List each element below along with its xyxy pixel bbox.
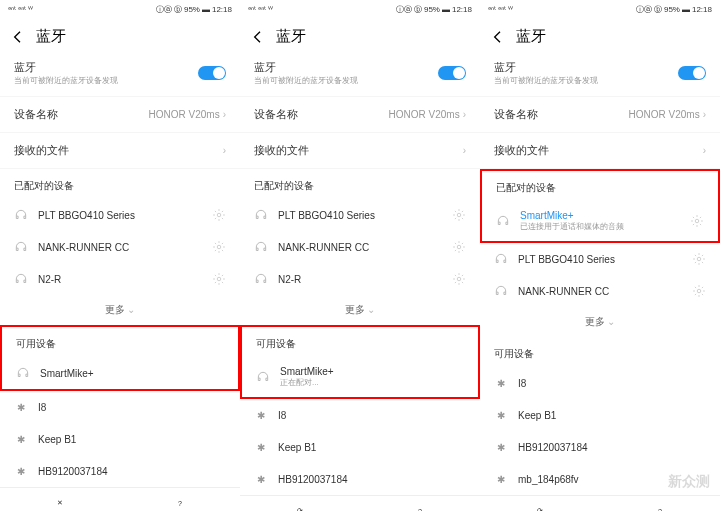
highlight-box: 可用设备 SmartMike+ 正在配对... [240,325,480,399]
bluetooth-toggle[interactable] [438,66,466,80]
device-label: NANK-RUNNER CC [38,242,202,253]
bluetooth-toggle[interactable] [678,66,706,80]
available-device-row[interactable]: SmartMike+ 正在配对... [242,357,478,397]
clock: 12:18 [692,5,712,14]
more-button[interactable]: 更多 ⌄ [240,295,480,325]
device-name-row[interactable]: 设备名称 HONOR V20ms› [480,97,720,133]
bluetooth-toggle-row: 蓝牙 当前可被附近的蓝牙设备发现 [0,54,240,97]
available-device-row[interactable]: ✱ I8 [480,367,720,399]
available-device-row[interactable]: ✱ HB9120037184 [0,455,240,487]
watermark: 新众测 [668,473,710,491]
device-label: SmartMike+ [280,366,464,377]
bluetooth-icon: ✱ [254,440,268,454]
bt-label: 蓝牙 [254,60,358,75]
chevron-right-icon: › [223,145,226,156]
bt-label: 蓝牙 [14,60,118,75]
device-name-label: 设备名称 [494,107,538,122]
received-files-row[interactable]: 接收的文件 › [480,133,720,169]
paired-device-row[interactable]: NANK-RUNNER CC [0,231,240,263]
gear-icon[interactable] [690,214,704,228]
bluetooth-toggle-row: 蓝牙 当前可被附近的蓝牙设备发现 [240,54,480,97]
bluetooth-icon: ✱ [254,472,268,486]
bluetooth-icon: ✱ [494,408,508,422]
paired-device-row[interactable]: NANK-RUNNER CC [240,231,480,263]
device-label: NANK-RUNNER CC [278,242,442,253]
battery-text: 95% [184,5,200,14]
help-icon: ? [173,496,187,510]
more-button[interactable]: 更多 ⌄ [480,307,720,337]
back-icon[interactable] [10,29,26,45]
headphones-icon [496,214,510,228]
scan-button[interactable]: ⟳扫描 [293,504,307,511]
gear-icon[interactable] [452,240,466,254]
gear-icon[interactable] [212,240,226,254]
device-name-value: HONOR V20ms [629,109,700,120]
back-icon[interactable] [490,29,506,45]
svg-point-7 [697,257,701,261]
device-label: PLT BBGO410 Series [518,254,682,265]
battery-icon: ▬ [682,5,690,14]
bluetooth-icon: ✱ [14,400,28,414]
bluetooth-icon: ✱ [494,472,508,486]
available-device-row[interactable]: ✱ I8 [0,391,240,423]
gear-icon[interactable] [692,284,706,298]
bluetooth-icon: ✱ [494,440,508,454]
available-device-row[interactable]: ✱ I8 [240,399,480,431]
bluetooth-icon: ✱ [14,432,28,446]
available-device-row[interactable]: ✱ HB9120037184 [480,431,720,463]
headphones-icon [256,370,270,384]
bluetooth-toggle-row: 蓝牙 当前可被附近的蓝牙设备发现 [480,54,720,97]
bluetooth-icon: ✱ [254,408,268,422]
svg-point-2 [217,277,221,281]
paired-device-row[interactable]: N2-R [240,263,480,295]
available-device-row[interactable]: ✱ Keep B1 [240,431,480,463]
files-label: 接收的文件 [254,143,309,158]
help-button[interactable]: ?帮助 [173,496,187,511]
paired-device-row[interactable]: PLT BBGO410 Series [240,199,480,231]
available-device-row[interactable]: ✱ Keep B1 [0,423,240,455]
bluetooth-icon: ✱ [494,376,508,390]
available-device-row[interactable]: ✱ HB9120037184 [240,463,480,495]
gear-icon[interactable] [692,252,706,266]
device-name-row[interactable]: 设备名称 HONOR V20ms› [240,97,480,133]
bottom-bar: ✕停止 ?帮助 [0,487,240,511]
bluetooth-toggle[interactable] [198,66,226,80]
scan-button[interactable]: ⟳扫描 [533,504,547,511]
device-name-row[interactable]: 设备名称 HONOR V20ms› [0,97,240,133]
received-files-row[interactable]: 接收的文件 › [240,133,480,169]
headphones-icon [254,272,268,286]
svg-point-0 [217,213,221,217]
gear-icon[interactable] [212,208,226,222]
battery-icon: ▬ [442,5,450,14]
chevron-down-icon: ⌄ [127,304,135,315]
more-button[interactable]: 更多 ⌄ [0,295,240,325]
svg-point-3 [457,213,461,217]
device-name-label: 设备名称 [14,107,58,122]
stop-button[interactable]: ✕停止 [53,496,67,511]
paired-device-row[interactable]: PLT BBGO410 Series [480,243,720,275]
paired-device-row[interactable]: NANK-RUNNER CC [480,275,720,307]
chevron-right-icon: › [703,145,706,156]
help-button[interactable]: ?帮助 [413,504,427,511]
help-button[interactable]: ?帮助 [653,504,667,511]
gear-icon[interactable] [212,272,226,286]
paired-device-row[interactable]: PLT BBGO410 Series [0,199,240,231]
phone-screen-3: ᵃⁿᵗ ᵃⁿᵗᵂ ⓘⓐⓑ95%▬12:18 蓝牙 蓝牙 当前可被附近的蓝牙设备发… [480,0,720,511]
paired-device-row[interactable]: SmartMike+ 已连接用于通话和媒体的音频 [482,201,718,241]
available-device-row[interactable]: ✱ Keep B1 [480,399,720,431]
gear-icon[interactable] [452,272,466,286]
received-files-row[interactable]: 接收的文件 › [0,133,240,169]
chevron-right-icon: › [223,109,226,120]
wifi-icon: ᵂ [268,5,273,14]
bt-icon: ⓑ [414,4,422,15]
back-icon[interactable] [250,29,266,45]
bluetooth-icon: ✱ [14,464,28,478]
gear-icon[interactable] [452,208,466,222]
status-bar: ᵃⁿᵗ ᵃⁿᵗᵂ ⓘⓐⓑ95%▬12:18 [480,0,720,19]
paired-device-row[interactable]: N2-R [0,263,240,295]
status-icons: ⓘⓐ [156,4,172,15]
device-label: N2-R [38,274,202,285]
paired-section-header: 已配对的设备 [240,169,480,199]
available-device-row[interactable]: SmartMike+ [2,357,238,389]
bt-sublabel: 当前可被附近的蓝牙设备发现 [254,75,358,86]
